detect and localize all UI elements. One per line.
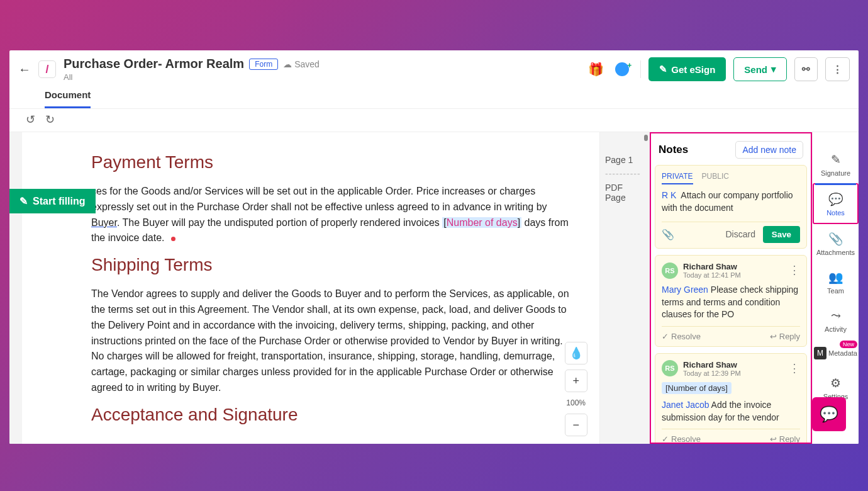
new-badge: New [840,341,857,348]
note-tab-public[interactable]: PUBLIC [702,172,729,184]
add-user-icon[interactable] [615,62,629,76]
subtitle: All [64,72,320,82]
share-icon: ⚯ [802,64,810,75]
pen-icon: ✎ [19,195,28,207]
note-body: Mary Green Please check shipping terms a… [662,284,800,321]
cloud-icon: ☁ [283,59,292,69]
reply-button[interactable]: ↩ Reply [770,434,800,444]
undo-button[interactable]: ↺ [26,113,35,127]
note-card: RS Richard Shaw Today at 12:39 PM ⋮ [Num… [655,353,807,444]
shipping-terms-paragraph: The Vendor agrees to supply and deliver … [91,286,577,396]
discard-button[interactable]: Discard [726,229,755,239]
notes-title: Notes [659,144,688,156]
saved-label: Saved [294,59,320,69]
team-icon: 👥 [813,270,859,285]
rail-signature[interactable]: ✎ Signature [813,145,859,183]
activity-icon: ⤳ [813,308,859,323]
mention[interactable]: Janet Jacob [662,400,709,410]
document-type-icon: / [38,60,56,78]
page-separator: ---------- [605,169,644,179]
get-esign-button[interactable]: ✎ Get eSign [648,57,726,81]
note-body: Janet Jacob Add the invoice submission d… [662,399,800,424]
note-time: Today at 12:39 PM [683,370,784,377]
notes-header: Notes Add new note [655,138,807,165]
gift-icon[interactable]: 🎁 [588,62,604,77]
comment-marker-icon[interactable] [171,237,175,241]
redo-button[interactable]: ↻ [45,113,55,127]
zoom-in-button[interactable]: + [565,370,587,392]
resolve-button[interactable]: ✓ Resolve [662,434,701,444]
mention[interactable]: Mary Green [662,285,708,295]
reference-pill[interactable]: [Number of days] [662,382,732,394]
start-filling-button[interactable]: ✎ Start filling [9,189,96,213]
metadata-icon: M [814,347,826,359]
document-area: Payment Terms ces for the Goods and/or S… [9,132,650,444]
scroll-thumb[interactable] [644,135,648,141]
note-time: Today at 12:41 PM [683,271,784,279]
settings-icon: ⚙ [813,376,859,390]
send-button[interactable]: Send ▾ [733,57,787,81]
section-acceptance: Acceptance and Signature [91,405,577,425]
section-payment-terms: Payment Terms [91,152,577,172]
notes-icon: 💬 [814,192,857,206]
save-note-button[interactable]: Save [763,226,800,243]
note-compose-card: PRIVATE PUBLIC R K Attach our company po… [655,165,807,249]
saved-status: ☁ Saved [283,59,320,69]
document-title: Purchase Order- Armor Realm [64,57,244,71]
kebab-icon: ⋮ [833,64,842,75]
resolve-button[interactable]: ✓ Resolve [662,332,701,341]
fill-color-button[interactable]: 💧 [565,342,587,364]
attachments-icon: 📎 [813,232,859,246]
tabs-row: Document [9,82,859,108]
note-card: RS Richard Shaw Today at 12:41 PM ⋮ Mary… [655,255,807,347]
back-button[interactable]: ← [18,62,31,77]
rail-metadata[interactable]: New M Metadata [813,339,859,368]
get-esign-label: Get eSign [671,64,715,75]
chat-fab[interactable]: 💬 [812,397,846,431]
note-menu-button[interactable]: ⋮ [789,268,800,273]
zoom-percent: 100% [564,397,588,409]
num-days-placeholder[interactable]: [Number of days] [442,217,521,228]
rail-attachments[interactable]: 📎 Attachments [813,224,859,262]
rail-activity[interactable]: ⤳ Activity [813,301,859,339]
form-badge: Form [249,59,278,70]
rail-team[interactable]: 👥 Team [813,262,859,301]
send-label: Send [744,64,767,75]
app-window: ← / Purchase Order- Armor Realm Form ☁ S… [9,50,859,444]
buyer-ref: Buyer [91,217,117,228]
rail-notes[interactable]: 💬 Notes [813,183,859,224]
signature-icon: ✎ [813,152,859,167]
note-tab-private[interactable]: PRIVATE [662,172,693,184]
attach-icon[interactable]: 📎 [662,229,674,240]
share-button[interactable]: ⚯ [794,57,818,81]
notes-panel: Notes Add new note PRIVATE PUBLIC R K At… [650,132,812,444]
title-block: Purchase Order- Armor Realm Form ☁ Saved… [64,57,320,82]
signature-icon: ✎ [659,64,667,75]
chat-icon: 💬 [820,405,838,423]
avatar: RS [662,360,678,376]
note-compose-text[interactable]: R K Attach our company portfolio with th… [662,189,800,214]
zoom-controls: 💧 + 100% − [564,342,588,436]
header-actions: ✎ Get eSign Send ▾ ⚯ ⋮ [648,57,850,81]
avatar: RS [662,262,678,279]
add-note-button[interactable]: Add new note [735,141,803,159]
note-author: Richard Shaw [683,360,784,370]
zoom-out-button[interactable]: − [565,414,587,436]
note-author: Richard Shaw [683,262,784,271]
tab-document[interactable]: Document [45,82,91,108]
document-page[interactable]: Payment Terms ces for the Goods and/or S… [22,132,599,444]
reply-button[interactable]: ↩ Reply [770,332,800,341]
chevron-down-icon: ▾ [771,64,776,75]
compose-actions: 📎 Discard Save [662,222,800,248]
separator [640,60,641,78]
page-navigator[interactable]: Page 1 ---------- PDF Page [599,132,650,444]
header: ← / Purchase Order- Armor Realm Form ☁ S… [9,50,859,82]
header-icons: 🎁 [588,62,633,77]
note-footer: ✓ Resolve ↩ Reply [662,326,800,346]
more-menu-button[interactable]: ⋮ [825,57,850,81]
note-menu-button[interactable]: ⋮ [789,366,800,371]
pdf-page-link[interactable]: PDF Page [605,183,644,203]
section-shipping-terms: Shipping Terms [91,255,577,275]
page-1-link[interactable]: Page 1 [605,155,644,165]
start-filling-label: Start filling [33,196,86,207]
